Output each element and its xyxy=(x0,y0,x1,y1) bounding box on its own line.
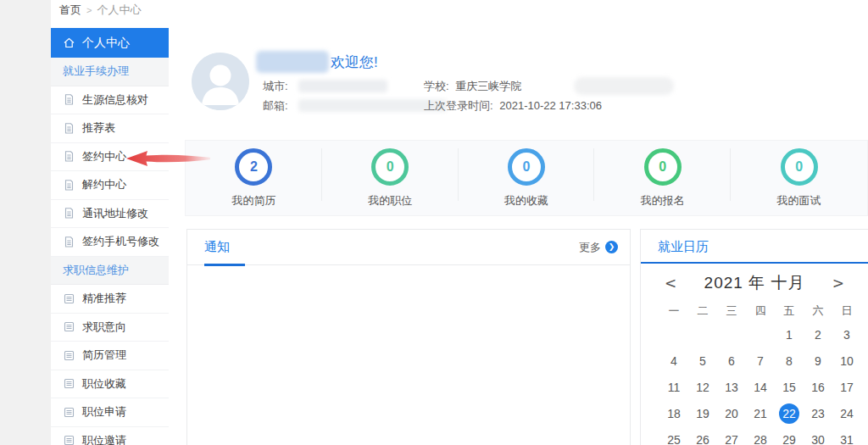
sidebar-item-label: 职位申请 xyxy=(82,404,126,420)
city-label: 城市: xyxy=(263,80,288,92)
notice-tab-underline xyxy=(204,264,245,266)
calendar-day[interactable]: 10 xyxy=(832,348,861,374)
chevron-right-icon[interactable]: > xyxy=(832,276,844,291)
email-field: 邮箱: xyxy=(263,98,288,114)
notice-panel: 通知 更多 ❯ xyxy=(186,229,631,445)
sidebar-item-recommendation-form[interactable]: 推荐表 xyxy=(51,114,169,143)
sidebar-item-signing-center[interactable]: 签约中心 xyxy=(51,143,169,172)
last-login-value: 2021-10-22 17:33:06 xyxy=(499,99,602,112)
calendar-day-selected[interactable]: 22 xyxy=(775,400,804,426)
calendar-day[interactable]: 27 xyxy=(717,426,746,445)
redacted-city-value xyxy=(298,80,387,92)
sidebar-item-precise-recommendation[interactable]: 精准推荐 xyxy=(51,285,169,314)
calendar-day[interactable]: 20 xyxy=(717,400,746,426)
calendar-day[interactable]: 9 xyxy=(804,348,832,374)
calendar-day[interactable]: 23 xyxy=(804,400,832,426)
calendar-day[interactable]: 24 xyxy=(832,400,861,426)
redacted-info-value xyxy=(574,77,674,95)
calendar-day[interactable]: 15 xyxy=(775,374,804,400)
calendar-day[interactable]: 17 xyxy=(832,374,861,400)
sidebar-item-job-invitation[interactable]: 职位邀请 xyxy=(51,427,169,445)
redacted-user-name xyxy=(256,51,329,73)
sidebar-section-job-info-maintenance: 求职信息维护 xyxy=(51,257,169,286)
sidebar: 个人中心 就业手续办理 生源信息核对 推荐表 签约中心 解约中心 通讯地址修改 xyxy=(51,28,169,445)
sidebar-item-phone-change[interactable]: 签约手机号修改 xyxy=(51,228,169,257)
sidebar-item-job-intention[interactable]: 求职意向 xyxy=(51,314,169,342)
calendar-nav: < 2021 年 十月 > xyxy=(641,270,868,296)
weekday-label: 六 xyxy=(804,301,832,321)
stat-my-registrations[interactable]: 0 我的报名 xyxy=(594,148,731,209)
notice-tab[interactable]: 通知 xyxy=(204,239,230,255)
selected-day-badge: 22 xyxy=(779,403,799,424)
calendar-day[interactable]: 18 xyxy=(659,400,688,426)
stat-label: 我的简历 xyxy=(186,193,322,209)
stat-circle: 0 xyxy=(371,148,409,186)
stat-value: 0 xyxy=(659,159,666,175)
notice-more-link[interactable]: 更多 ❯ xyxy=(579,230,618,264)
stat-my-favorites[interactable]: 0 我的收藏 xyxy=(459,148,595,209)
notice-panel-header: 通知 更多 ❯ xyxy=(187,230,630,265)
calendar-day[interactable]: 14 xyxy=(746,374,775,400)
calendar-day[interactable]: 25 xyxy=(659,426,688,445)
chevron-left-icon[interactable]: < xyxy=(665,276,676,291)
sidebar-item-source-info-check[interactable]: 生源信息核对 xyxy=(51,86,169,115)
document-icon xyxy=(63,93,75,106)
stat-my-resumes[interactable]: 2 我的简历 xyxy=(186,148,322,209)
stat-my-interviews[interactable]: 0 我的面试 xyxy=(731,148,867,209)
list-icon xyxy=(63,349,75,362)
sidebar-item-resume-management[interactable]: 简历管理 xyxy=(51,342,169,370)
sidebar-item-personal-center[interactable]: 个人中心 xyxy=(51,28,169,58)
sidebar-item-label: 解约中心 xyxy=(82,177,126,192)
calendar-day[interactable]: 28 xyxy=(746,426,775,445)
sidebar-item-label: 职位邀请 xyxy=(82,433,126,445)
calendar-day[interactable]: 8 xyxy=(775,348,804,374)
calendar-day[interactable]: 4 xyxy=(659,348,688,374)
calendar-day[interactable]: 6 xyxy=(717,348,746,374)
sidebar-item-termination-center[interactable]: 解约中心 xyxy=(51,171,169,200)
calendar-day[interactable]: 5 xyxy=(688,348,717,374)
last-login-label: 上次登录时间: xyxy=(424,99,493,112)
calendar-day[interactable]: 31 xyxy=(832,426,861,445)
breadcrumb-home-link[interactable]: 首页 xyxy=(59,3,81,18)
arrow-right-circle-icon: ❯ xyxy=(605,241,618,253)
employment-calendar-panel: 就业日历 < 2021 年 十月 > 一 二 三 四 五 六 日 1 2 3 4… xyxy=(640,229,868,445)
weekday-label: 四 xyxy=(746,301,775,321)
document-icon xyxy=(63,150,75,163)
calendar-day[interactable]: 16 xyxy=(804,374,832,400)
calendar-day[interactable]: 29 xyxy=(775,426,804,445)
sidebar-item-job-application[interactable]: 职位申请 xyxy=(51,398,169,427)
calendar-day[interactable]: 11 xyxy=(659,374,688,400)
avatar xyxy=(192,53,249,110)
calendar-day[interactable]: 7 xyxy=(746,348,775,374)
calendar-day[interactable]: 1 xyxy=(775,321,804,348)
sidebar-section-label: 求职信息维护 xyxy=(63,263,129,278)
stat-circle: 2 xyxy=(235,148,272,186)
sidebar-item-job-favorites[interactable]: 职位收藏 xyxy=(51,370,169,399)
stat-label: 我的报名 xyxy=(594,193,731,209)
stat-my-positions[interactable]: 0 我的职位 xyxy=(322,148,459,209)
calendar-day[interactable]: 26 xyxy=(688,426,717,445)
calendar-day[interactable]: 30 xyxy=(804,426,832,445)
calendar-day[interactable]: 19 xyxy=(688,400,717,426)
weekday-label: 日 xyxy=(832,301,861,321)
school-field: 学校: 重庆三峡学院 xyxy=(424,79,521,94)
breadcrumb: 首页 > 个人中心 xyxy=(59,3,141,18)
stats-card: 2 我的简历 0 我的职位 0 我的收藏 0 我的报名 0 我的面试 xyxy=(185,140,868,216)
sidebar-item-address-change[interactable]: 通讯地址修改 xyxy=(51,200,169,229)
weekday-label: 一 xyxy=(659,301,688,321)
list-icon xyxy=(63,292,75,305)
document-icon xyxy=(63,179,75,192)
calendar-month-label: 2021 年 十月 xyxy=(704,272,805,294)
sidebar-item-label: 求职意向 xyxy=(82,320,126,335)
calendar-day[interactable]: 12 xyxy=(688,374,717,400)
calendar-day[interactable]: 13 xyxy=(717,374,746,400)
list-icon xyxy=(63,434,75,445)
calendar-day[interactable]: 21 xyxy=(746,400,775,426)
welcome-greeting: 欢迎您! xyxy=(331,52,378,74)
stat-label: 我的面试 xyxy=(731,193,867,209)
sidebar-item-label: 精准推荐 xyxy=(82,291,126,306)
calendar-day xyxy=(688,321,717,348)
calendar-day[interactable]: 2 xyxy=(804,321,832,348)
email-label: 邮箱: xyxy=(263,99,288,112)
calendar-day[interactable]: 3 xyxy=(832,321,861,348)
